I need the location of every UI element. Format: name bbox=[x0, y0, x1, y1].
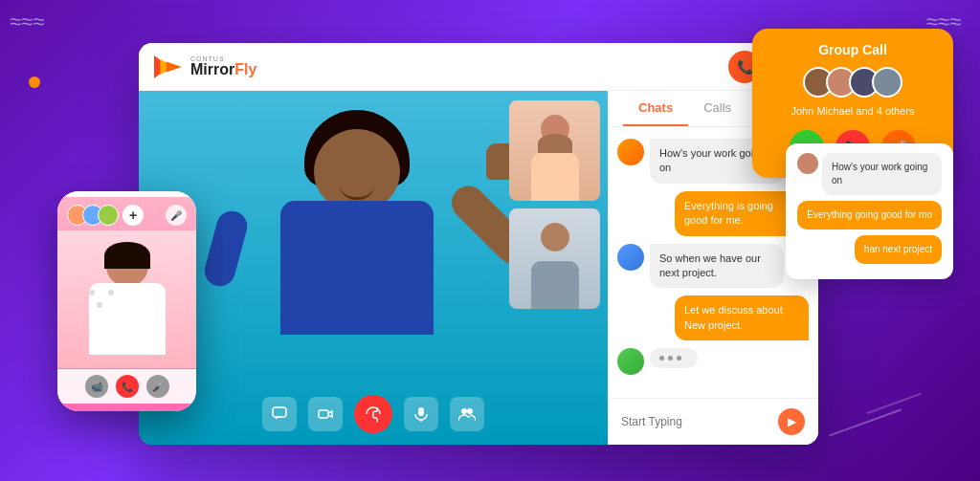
thumb-person-1 bbox=[509, 100, 600, 201]
logo-icon bbox=[154, 55, 185, 78]
msg-avatar-typing bbox=[617, 348, 644, 375]
cbc-msg-1: How's your work going on bbox=[822, 153, 942, 195]
message-row-3: So when we have our next project. bbox=[617, 244, 809, 289]
cbc-avatar-1 bbox=[797, 153, 818, 174]
thumb-head-2 bbox=[541, 223, 569, 251]
phone-screen: + 🎤 📹 📞 🎤 bbox=[57, 197, 196, 411]
main-video-feed bbox=[139, 91, 608, 445]
svg-point-8 bbox=[467, 408, 473, 414]
video-thumb-1 bbox=[509, 100, 600, 201]
thumb-figure-2 bbox=[522, 223, 589, 309]
cbc-msg-3: han next project bbox=[855, 235, 942, 264]
group-call-title: Group Call bbox=[768, 42, 938, 57]
thumb-body-1 bbox=[531, 153, 579, 201]
person-arm-left bbox=[201, 208, 251, 290]
svg-rect-3 bbox=[273, 407, 286, 417]
line-deco-1 bbox=[829, 408, 902, 436]
phone-top-bar: + 🎤 bbox=[57, 205, 196, 226]
mobile-phone: + 🎤 📹 📞 🎤 bbox=[57, 191, 196, 411]
group-call-participants: John Michael and 4 others bbox=[768, 105, 938, 117]
chat-input[interactable] bbox=[621, 415, 770, 428]
cbc-row-1: How's your work going on bbox=[797, 153, 942, 201]
svg-point-7 bbox=[461, 408, 467, 414]
phone-ctrl-mic[interactable]: 🎤 bbox=[146, 375, 169, 398]
zigzag-deco-left: ≈≈≈ bbox=[10, 10, 44, 34]
phone-avatar-3 bbox=[98, 205, 119, 226]
app-window: CONTUS MirrorFly 📞 ☰ bbox=[139, 43, 818, 445]
message-row-4: Let we discuss about New project. bbox=[617, 295, 809, 340]
app-body: Chats Calls How's your work going on Eve… bbox=[139, 91, 818, 445]
phone-controls: 📹 📞 🎤 bbox=[57, 369, 196, 404]
thumb-hair-1 bbox=[538, 134, 572, 153]
video-ctrl-mic[interactable] bbox=[404, 397, 438, 431]
cbc-row-3: han next project bbox=[797, 235, 942, 270]
thumb-body-2 bbox=[531, 261, 579, 309]
ph-dot-1 bbox=[89, 290, 95, 295]
dot-2 bbox=[668, 356, 673, 361]
dot-3 bbox=[677, 356, 681, 361]
ph-dot-3 bbox=[97, 302, 102, 308]
app-header: CONTUS MirrorFly 📞 ☰ bbox=[139, 43, 818, 91]
tab-calls[interactable]: Calls bbox=[688, 91, 746, 126]
send-button[interactable]: ▶ bbox=[778, 408, 805, 435]
msg-avatar-1 bbox=[617, 139, 644, 165]
svg-rect-5 bbox=[418, 407, 424, 416]
video-ctrl-end-call[interactable] bbox=[354, 395, 392, 433]
video-area bbox=[139, 91, 608, 445]
dot-1 bbox=[659, 356, 664, 361]
video-thumbnails bbox=[509, 100, 600, 309]
cbc-row-2: Everything going good for mo bbox=[797, 201, 942, 235]
ph-hair bbox=[104, 242, 150, 269]
video-ctrl-camera[interactable] bbox=[308, 397, 343, 431]
chat-input-area: ▶ bbox=[608, 398, 818, 445]
video-controls bbox=[262, 395, 484, 433]
phone-ctrl-camera[interactable]: 📹 bbox=[85, 375, 108, 398]
app-name: MirrorFly bbox=[190, 62, 256, 77]
cbc-msg-2: Everything going good for mo bbox=[797, 201, 942, 230]
video-thumb-2 bbox=[509, 208, 600, 309]
dot-deco-orange bbox=[29, 77, 40, 88]
phone-ctrl-end[interactable]: 📞 bbox=[116, 375, 139, 398]
video-ctrl-participants[interactable] bbox=[450, 397, 484, 431]
video-ctrl-chat[interactable] bbox=[262, 397, 297, 431]
person-body bbox=[280, 201, 434, 335]
group-call-avatars bbox=[768, 67, 938, 98]
tab-chats[interactable]: Chats bbox=[623, 91, 688, 126]
typing-indicator bbox=[650, 348, 698, 368]
msg-bubble-4: Let we discuss about New project. bbox=[675, 295, 809, 340]
phone-mic-icon: 🎤 bbox=[166, 205, 187, 226]
logo-text: CONTUS MirrorFly bbox=[190, 55, 256, 77]
chat-bubble-card: How's your work going on Everything goin… bbox=[786, 143, 953, 279]
phone-person-area bbox=[57, 230, 196, 368]
phone-add-participant[interactable]: + bbox=[122, 205, 144, 226]
ph-body bbox=[89, 283, 166, 355]
gc-avatar-4 bbox=[872, 67, 902, 98]
logo-area: CONTUS MirrorFly bbox=[154, 55, 256, 78]
phone-avatars: + bbox=[67, 205, 144, 226]
message-row-2: Everything is going good for me. bbox=[617, 191, 809, 236]
ph-dot-2 bbox=[108, 290, 114, 295]
svg-rect-4 bbox=[319, 410, 328, 418]
person-figure bbox=[196, 100, 517, 392]
msg-bubble-3: So when we have our next project. bbox=[650, 244, 784, 289]
thumb-figure-1 bbox=[522, 115, 589, 201]
thumb-person-2 bbox=[509, 208, 600, 309]
svg-marker-2 bbox=[167, 61, 182, 72]
msg-avatar-3 bbox=[617, 244, 644, 271]
message-row-typing bbox=[617, 348, 809, 375]
